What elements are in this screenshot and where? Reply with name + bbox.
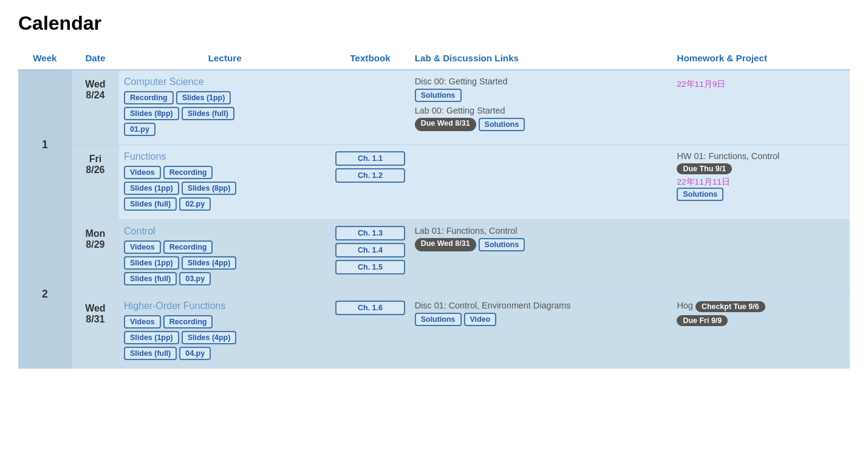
lecture-cell: ControlVideosRecordingSlides (1pp)Slides… [119, 220, 330, 295]
lecture-btn-slides-(1pp)[interactable]: Slides (1pp) [176, 91, 231, 104]
lecture-btn-videos[interactable]: Videos [124, 166, 161, 179]
lab-cell [410, 145, 672, 220]
lecture-btn-recording[interactable]: Recording [163, 315, 213, 329]
date-cell: Fri8/26 [72, 145, 119, 220]
lab-btn[interactable]: Due Wed 8/31 [415, 238, 476, 251]
week-cell: 1 [18, 70, 72, 220]
col-textbook: Textbook [330, 47, 409, 70]
textbook-cell [330, 70, 409, 145]
lecture-btn-slides-(1pp)[interactable]: Slides (1pp) [124, 256, 179, 270]
hog-title: Hog [677, 301, 692, 310]
textbook-btn[interactable]: Ch. 1.3 [335, 226, 405, 240]
lab-btn[interactable]: Due Wed 8/31 [415, 118, 476, 131]
lecture-btn-recording[interactable]: Recording [163, 166, 213, 179]
lecture-btn-slides-(full)[interactable]: Slides (full) [124, 347, 177, 360]
lecture-title: Functions [124, 151, 326, 162]
lab-cell: Disc 00: Getting StartedSolutionsLab 00:… [410, 70, 672, 145]
lecture-title: Higher-Order Functions [124, 301, 326, 312]
textbook-cell: Ch. 1.3Ch. 1.4Ch. 1.5 [330, 220, 409, 295]
col-hw: Homework & Project [672, 47, 850, 70]
date-cell: Wed8/24 [72, 70, 119, 145]
lab-btn[interactable]: Solutions [415, 313, 462, 326]
date-cell: Wed8/31 [72, 295, 119, 369]
hw-cell: HW 01: Functions, ControlDue Thu 9/122年1… [672, 145, 850, 220]
lab-btn[interactable]: Video [464, 313, 497, 326]
lecture-btn-recording[interactable]: Recording [124, 91, 174, 104]
lecture-btn-04.py[interactable]: 04.py [179, 347, 211, 360]
lecture-title: Control [124, 226, 326, 237]
lecture-title: Computer Science [124, 77, 326, 87]
chinese-date-note: 22年11月11日 [677, 177, 845, 188]
col-lecture: Lecture [119, 47, 330, 70]
textbook-btn[interactable]: Ch. 1.2 [335, 168, 405, 183]
lecture-btn-slides-(4pp)[interactable]: Slides (4pp) [182, 256, 237, 270]
lab-title: Lab 01: Functions, Control [415, 226, 668, 236]
textbook-cell: Ch. 1.6 [330, 295, 409, 369]
hw-title: HW 01: Functions, Control [677, 151, 845, 161]
lab-cell: Disc 01: Control, Environment DiagramsSo… [410, 295, 672, 369]
textbook-btn[interactable]: Ch. 1.1 [335, 151, 405, 166]
lecture-btn-slides-(8pp)[interactable]: Slides (8pp) [124, 107, 179, 120]
lecture-btn-slides-(full)[interactable]: Slides (full) [124, 272, 177, 285]
lab-btn[interactable]: Solutions [479, 118, 525, 131]
lecture-btn-slides-(8pp)[interactable]: Slides (8pp) [182, 182, 237, 195]
lab-title: Lab 00: Getting Started [415, 106, 668, 115]
lecture-btn-slides-(full)[interactable]: Slides (full) [124, 197, 177, 211]
textbook-cell: Ch. 1.1Ch. 1.2 [330, 145, 409, 220]
lecture-btn-slides-(1pp)[interactable]: Slides (1pp) [124, 331, 179, 344]
textbook-btn[interactable]: Ch. 1.5 [335, 260, 405, 274]
lecture-cell: Computer ScienceRecordingSlides (1pp)Sli… [119, 70, 330, 145]
lecture-btn-slides-(1pp)[interactable]: Slides (1pp) [124, 182, 179, 195]
lecture-btn-slides-(4pp)[interactable]: Slides (4pp) [182, 331, 237, 344]
lecture-btn-03.py[interactable]: 03.py [179, 272, 211, 285]
lecture-btn-recording[interactable]: Recording [163, 240, 213, 254]
lab-cell: Lab 01: Functions, ControlDue Wed 8/31So… [410, 220, 672, 295]
col-lab: Lab & Discussion Links [410, 47, 672, 70]
hw-cell: 22年11月9日 [672, 70, 850, 145]
lecture-btn-02.py[interactable]: 02.py [179, 197, 211, 211]
textbook-btn[interactable]: Ch. 1.4 [335, 243, 405, 257]
checkpt-badge: Checkpt Tue 9/6 [695, 301, 765, 312]
chinese-date-note: 22年11月9日 [677, 79, 845, 90]
hw-cell: HogCheckpt Tue 9/6Due Fri 9/9 [672, 295, 850, 369]
week-cell: 2 [18, 220, 72, 369]
lecture-btn-videos[interactable]: Videos [124, 240, 161, 254]
col-date: Date [72, 47, 119, 70]
lecture-btn-videos[interactable]: Videos [124, 315, 161, 329]
lab-btn[interactable]: Solutions [415, 89, 462, 102]
due-badge: Due Fri 9/9 [677, 315, 728, 326]
lab-title: Disc 00: Getting Started [415, 77, 668, 86]
col-week: Week [18, 47, 72, 70]
lecture-cell: FunctionsVideosRecordingSlides (1pp)Slid… [119, 145, 330, 220]
lab-title: Disc 01: Control, Environment Diagrams [415, 301, 668, 310]
lab-btn[interactable]: Solutions [479, 238, 525, 251]
page-title: Calendar [18, 12, 850, 35]
lecture-cell: Higher-Order FunctionsVideosRecordingSli… [119, 295, 330, 369]
lecture-btn-slides-(full)[interactable]: Slides (full) [182, 107, 234, 120]
date-cell: Mon8/29 [72, 220, 119, 295]
lecture-btn-01.py[interactable]: 01.py [124, 123, 155, 136]
due-badge: Due Thu 9/1 [677, 163, 732, 174]
hw-cell [672, 220, 850, 295]
textbook-btn[interactable]: Ch. 1.6 [335, 301, 405, 315]
solutions-btn[interactable]: Solutions [677, 188, 723, 201]
